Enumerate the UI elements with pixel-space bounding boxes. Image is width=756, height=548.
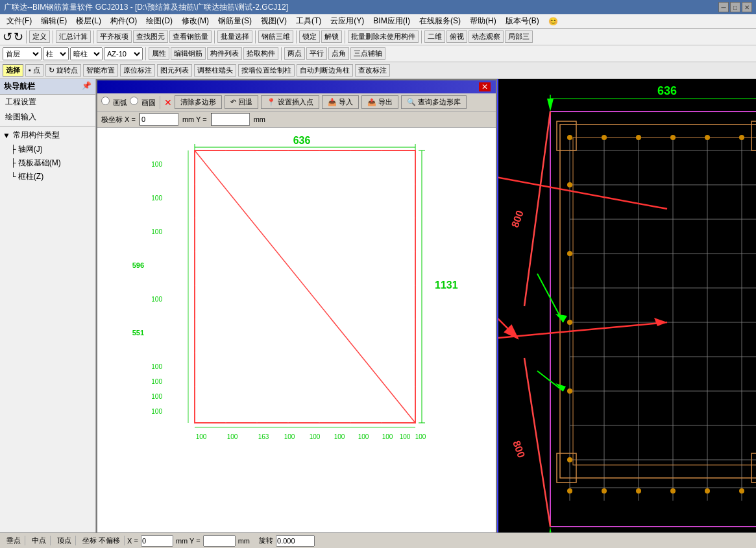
- three-point-aux-button[interactable]: 三点辅轴: [350, 47, 385, 60]
- menu-draw[interactable]: 绘图(D): [142, 15, 177, 27]
- status-coord-y-input[interactable]: [203, 535, 236, 547]
- svg-text:596: 596: [132, 261, 144, 269]
- menu-bar: 文件(F) 编辑(E) 楼层(L) 构件(O) 绘图(D) 修改(M) 钢筋量(…: [0, 14, 756, 29]
- toolbar1-sep4: [214, 30, 215, 43]
- svg-text:100: 100: [151, 296, 162, 303]
- svg-point-74: [670, 135, 676, 140]
- property-button[interactable]: 属性: [149, 47, 169, 60]
- auto-corner-button[interactable]: 自动判断边角柱: [297, 64, 353, 77]
- menu-cloud[interactable]: 云应用(Y): [326, 15, 368, 27]
- point-button[interactable]: ▪ 点: [25, 64, 43, 77]
- coord-x-input[interactable]: [140, 113, 178, 126]
- in-situ-label-button[interactable]: 原位标注: [120, 64, 155, 77]
- element-id-select[interactable]: AZ-10: [104, 47, 143, 60]
- select-button[interactable]: 选择: [3, 64, 23, 77]
- flatten-button[interactable]: 平齐板项: [97, 30, 132, 43]
- element-list-btn2[interactable]: 图元列表: [157, 64, 192, 77]
- cd-clear-icon[interactable]: ✕: [164, 97, 172, 108]
- import-button[interactable]: 📥 导入: [322, 95, 359, 109]
- status-coords[interactable]: 坐标 不偏移: [79, 536, 125, 545]
- element-subtype-select[interactable]: 暗柱: [70, 47, 103, 60]
- toolbar1-nav-back[interactable]: ↺: [3, 30, 12, 44]
- two-point-button[interactable]: 两点: [284, 47, 305, 60]
- floor-select[interactable]: 首层: [3, 47, 42, 60]
- batch-select-button[interactable]: 批量选择: [217, 30, 252, 43]
- status-snap-perpendicular[interactable]: 垂点: [3, 536, 25, 545]
- rebar3d-button[interactable]: 钢筋三维: [258, 30, 293, 43]
- svg-point-75: [705, 135, 710, 140]
- menu-floor[interactable]: 楼层(L): [72, 15, 105, 27]
- partial-button[interactable]: 局部三: [505, 30, 533, 43]
- query-library-button[interactable]: 🔍 查询多边形库: [401, 95, 467, 109]
- coord-y-input[interactable]: [211, 113, 250, 126]
- check-label-button[interactable]: 查改标注: [355, 64, 390, 77]
- cad-canvas[interactable]: ✕ 画弧 画圆 ✕ 清除多边形 ↶ 回退 📍 设置插入点 📥 导入 📤 导出 �: [96, 79, 756, 532]
- menu-modify[interactable]: 修改(M): [178, 15, 213, 27]
- arc-radio[interactable]: [101, 97, 110, 105]
- menu-online[interactable]: 在线服务(S): [415, 15, 465, 27]
- circle-radio-label[interactable]: 画圆: [130, 97, 156, 108]
- svg-text:100: 100: [151, 161, 162, 168]
- status-snap-midpoint[interactable]: 中点: [28, 536, 51, 545]
- edit-rebar-button[interactable]: 编辑钢筋: [171, 47, 206, 60]
- set-insert-point-button[interactable]: 📍 设置插入点: [261, 95, 319, 109]
- menu-file[interactable]: 文件(F): [3, 15, 36, 27]
- pick-element-button[interactable]: 拾取构件: [243, 47, 278, 60]
- element-list-button[interactable]: 构件列表: [207, 47, 242, 60]
- angle-point-button[interactable]: 点角: [328, 47, 349, 60]
- sidebar-pin-icon[interactable]: 📌: [82, 81, 91, 92]
- smart-place-button[interactable]: 智能布置: [83, 64, 118, 77]
- menu-edit[interactable]: 编辑(E): [37, 15, 71, 27]
- minimize-button[interactable]: ─: [718, 2, 729, 12]
- cross-dialog-close-icon[interactable]: ✕: [479, 82, 491, 91]
- status-snap-endpoint[interactable]: 顶点: [53, 536, 76, 545]
- menu-bim[interactable]: BIM应用(I): [369, 15, 414, 27]
- sidebar-project-settings[interactable]: 工程设置: [0, 95, 95, 110]
- view-rebar-button[interactable]: 查看钢筋量: [169, 30, 212, 43]
- rotate-point-button[interactable]: ↻ 旋转点: [45, 64, 81, 77]
- status-rotation-input[interactable]: [276, 535, 315, 547]
- element-type-select[interactable]: 柱: [43, 47, 69, 60]
- menu-help[interactable]: 帮助(H): [466, 15, 500, 27]
- cross-canvas[interactable]: 636 1131: [97, 128, 496, 532]
- sidebar-item-raft[interactable]: ├ 筏板基础(M): [0, 156, 95, 170]
- 2d-button[interactable]: 二维: [424, 30, 445, 43]
- coord-unit-x: mm Y =: [182, 115, 207, 123]
- menu-tools[interactable]: 工具(T): [292, 15, 325, 27]
- circle-radio[interactable]: [130, 97, 138, 105]
- dynamic-view-button[interactable]: 动态观察: [469, 30, 504, 43]
- top-view-button[interactable]: 俯视: [446, 30, 467, 43]
- sidebar-item-axis[interactable]: ├ 轴网(J): [0, 143, 95, 156]
- maximize-button[interactable]: □: [730, 2, 740, 12]
- svg-point-89: [567, 320, 572, 325]
- toolbar1-sep1: [26, 30, 27, 43]
- menu-emoji[interactable]: 😊: [544, 16, 562, 27]
- clear-polygon-button[interactable]: 清除多边形: [175, 95, 222, 109]
- window-controls[interactable]: ─ □ ✕: [718, 2, 752, 12]
- sidebar-draw-input[interactable]: 绘图输入: [0, 110, 95, 125]
- arc-radio-label[interactable]: 画弧: [101, 97, 127, 108]
- status-coord-x-input[interactable]: [141, 535, 173, 547]
- adjust-col-end-button[interactable]: 调整柱端头: [194, 64, 236, 77]
- define-button[interactable]: 定义: [29, 30, 50, 43]
- close-button[interactable]: ✕: [742, 2, 752, 12]
- undo-button[interactable]: ↶ 回退: [225, 95, 258, 109]
- find-button[interactable]: 查找图元: [133, 30, 168, 43]
- batch-delete-button[interactable]: 批量删除未使用构件: [348, 30, 419, 43]
- calc-button[interactable]: 汇总计算: [56, 30, 91, 43]
- unlock-button[interactable]: 解锁: [321, 30, 342, 43]
- svg-point-73: [636, 135, 641, 140]
- parallel-button[interactable]: 平行: [306, 47, 327, 60]
- wall-position-button[interactable]: 按墙位置绘制柱: [238, 64, 295, 77]
- svg-text:100: 100: [334, 433, 345, 440]
- sidebar-item-col[interactable]: └ 框柱(Z): [0, 170, 95, 184]
- menu-rebar[interactable]: 钢筋量(S): [214, 15, 256, 27]
- menu-version[interactable]: 版本号(B): [502, 15, 543, 27]
- lock-button[interactable]: 锁定: [299, 30, 320, 43]
- svg-text:100: 100: [151, 195, 162, 202]
- menu-view[interactable]: 视图(V): [257, 15, 291, 27]
- export-button[interactable]: 📤 导出: [361, 95, 398, 109]
- toolbar1-nav-forward[interactable]: ↻: [14, 30, 23, 44]
- sidebar-common-types[interactable]: ▼ 常用构件类型: [0, 128, 95, 143]
- menu-element[interactable]: 构件(O): [106, 15, 141, 27]
